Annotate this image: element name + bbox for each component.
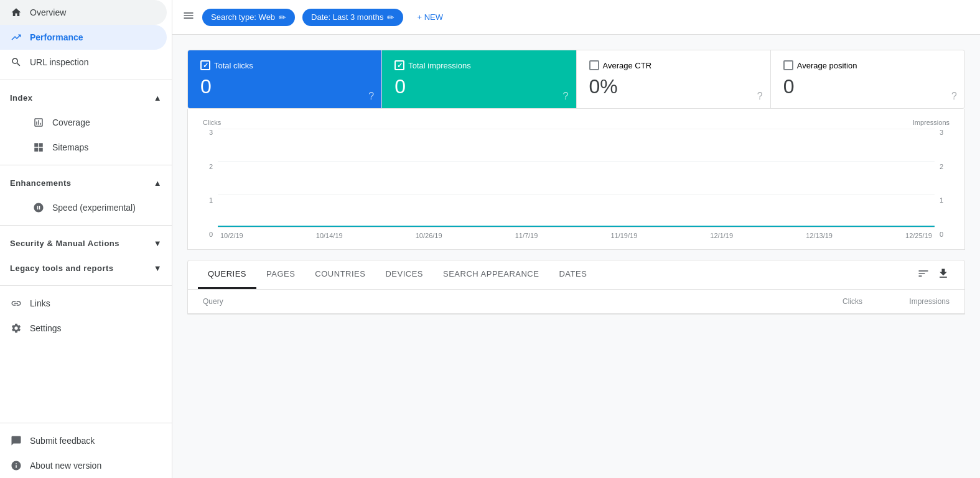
sidebar-item-speed[interactable]: Speed (experimental) <box>0 195 172 220</box>
avg-position-card[interactable]: Average position 0 ? <box>771 50 964 108</box>
tab-actions <box>917 260 954 289</box>
sidebar: Overview Performance URL inspection Inde… <box>0 0 172 478</box>
sidebar-overview-label: Overview <box>30 7 66 17</box>
tab-pages[interactable]: PAGES <box>256 260 305 289</box>
tab-countries[interactable]: COUNTRIES <box>305 260 375 289</box>
col-header-clicks: Clicks <box>788 297 862 306</box>
y-left-3: 3 <box>203 129 213 136</box>
feedback-icon <box>10 434 22 447</box>
x-label-6: 12/1/19 <box>710 232 733 239</box>
sidebar-item-about-new-version[interactable]: About new version <box>0 453 167 478</box>
avg-position-value: 0 <box>783 75 952 98</box>
chart-line-impressions <box>218 226 935 227</box>
tab-search-appearance[interactable]: SEARCH APPEARANCE <box>433 260 549 289</box>
total-clicks-title: Total clicks <box>200 60 369 70</box>
submit-feedback-label: Submit feedback <box>30 436 95 446</box>
chart-grid <box>218 129 935 228</box>
sitemaps-icon <box>32 141 45 154</box>
grid-line-2 <box>218 161 935 162</box>
chart-x-labels: 10/2/19 10/14/19 10/26/19 11/7/19 11/19/… <box>218 232 935 239</box>
total-impressions-value: 0 <box>394 75 563 98</box>
total-clicks-help-icon[interactable]: ? <box>368 91 374 102</box>
new-button[interactable]: + NEW <box>411 9 449 25</box>
y-left-1: 1 <box>203 196 213 204</box>
x-label-3: 10/26/19 <box>416 232 442 239</box>
avg-ctr-checkbox <box>589 60 599 70</box>
sidebar-section-enhancements[interactable]: Enhancements ▲ <box>0 170 172 195</box>
enhancements-collapse-icon: ▲ <box>154 178 162 188</box>
sidebar-section-legacy[interactable]: Legacy tools and reports ▼ <box>0 255 172 280</box>
avg-ctr-card[interactable]: Average CTR 0% ? <box>577 50 771 108</box>
total-impressions-title: Total impressions <box>394 60 563 70</box>
chart-axis-labels: Clicks Impressions <box>203 119 950 126</box>
enhancements-label: Enhancements <box>10 178 71 188</box>
search-type-filter[interactable]: Search type: Web ✏ <box>202 9 295 26</box>
y-right-3: 3 <box>940 129 950 136</box>
coverage-label: Coverage <box>52 117 90 127</box>
sidebar-url-inspection-label: URL inspection <box>30 57 88 67</box>
metrics-container: Total clicks 0 ? Total impressions 0 ? A… <box>187 50 965 109</box>
about-new-version-label: About new version <box>30 461 101 471</box>
y-right-0: 0 <box>940 231 950 238</box>
sidebar-item-submit-feedback[interactable]: Submit feedback <box>0 428 167 453</box>
settings-label: Settings <box>30 323 62 333</box>
edit-icon-1: ✏ <box>279 12 286 22</box>
tabs-bar: QUERIES PAGES COUNTRIES DEVICES SEARCH A… <box>188 260 964 290</box>
speed-icon <box>32 201 45 214</box>
settings-icon <box>10 322 22 334</box>
table-header: Query Clicks Impressions <box>188 290 964 314</box>
legacy-label: Legacy tools and reports <box>10 264 114 273</box>
main-content: Search type: Web ✏ Date: Last 3 months ✏… <box>172 0 980 478</box>
tab-queries[interactable]: QUERIES <box>198 260 256 289</box>
tabs-section: QUERIES PAGES COUNTRIES DEVICES SEARCH A… <box>187 260 965 315</box>
search-icon <box>10 56 22 68</box>
speed-label: Speed (experimental) <box>52 203 136 213</box>
y-axis-right: 3 2 1 0 <box>940 129 950 239</box>
sidebar-item-settings[interactable]: Settings <box>0 316 167 341</box>
download-icon[interactable] <box>937 267 950 283</box>
sidebar-item-performance[interactable]: Performance <box>0 25 167 50</box>
total-impressions-card[interactable]: Total impressions 0 ? <box>382 50 576 108</box>
security-collapse-icon: ▼ <box>154 239 162 248</box>
sidebar-section-index[interactable]: Index ▲ <box>0 85 172 110</box>
edit-icon-2: ✏ <box>387 12 394 22</box>
avg-position-help-icon[interactable]: ? <box>951 91 957 102</box>
y-left-2: 2 <box>203 163 213 170</box>
grid-line-3 <box>218 129 935 129</box>
sidebar-item-overview[interactable]: Overview <box>0 0 167 25</box>
legacy-collapse-icon: ▼ <box>154 264 162 273</box>
sidebar-item-url-inspection[interactable]: URL inspection <box>0 50 167 75</box>
date-filter[interactable]: Date: Last 3 months ✏ <box>302 9 403 26</box>
links-label: Links <box>30 298 50 308</box>
avg-ctr-help-icon[interactable]: ? <box>757 91 763 102</box>
sidebar-item-sitemaps[interactable]: Sitemaps <box>0 135 172 160</box>
y-right-1: 1 <box>940 196 950 204</box>
grid-line-1 <box>218 194 935 195</box>
menu-icon[interactable] <box>182 9 195 25</box>
x-label-7: 12/13/19 <box>806 232 833 239</box>
chart-with-y-axis: 3 2 1 0 10/2/19 10/14/19 <box>203 129 950 239</box>
filter-rows-icon[interactable] <box>917 267 930 283</box>
sidebar-item-coverage[interactable]: Coverage <box>0 110 172 135</box>
chart-left-label: Clicks <box>203 119 221 126</box>
avg-ctr-value: 0% <box>589 75 758 98</box>
tab-dates[interactable]: DATES <box>549 260 597 289</box>
tab-devices[interactable]: DEVICES <box>375 260 433 289</box>
sidebar-section-security[interactable]: Security & Manual Actions ▼ <box>0 231 172 255</box>
total-impressions-help-icon[interactable]: ? <box>563 91 569 102</box>
total-clicks-value: 0 <box>200 75 369 98</box>
performance-icon <box>10 31 22 44</box>
sidebar-performance-label: Performance <box>30 32 83 42</box>
total-clicks-card[interactable]: Total clicks 0 ? <box>188 50 382 108</box>
coverage-icon <box>32 116 45 129</box>
info-icon <box>10 459 22 472</box>
divider-2 <box>0 165 172 165</box>
x-label-1: 10/2/19 <box>220 232 243 239</box>
col-header-impressions: Impressions <box>862 297 950 306</box>
links-icon <box>10 297 22 310</box>
home-icon <box>10 6 22 19</box>
total-impressions-checkbox <box>394 60 404 70</box>
divider-3 <box>0 225 172 226</box>
sidebar-item-links[interactable]: Links <box>0 291 167 316</box>
chart-area: Clicks Impressions 3 2 1 0 <box>187 109 965 250</box>
